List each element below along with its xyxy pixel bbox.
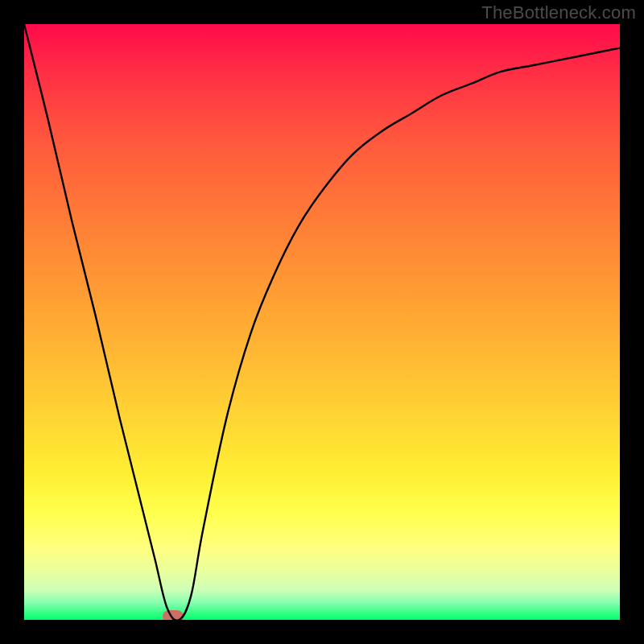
watermark-label: TheBottleneck.com [481,2,636,23]
chart-plot-area [24,24,620,620]
chart-line-curve [24,24,620,620]
chart-line-path [24,24,620,620]
chart-frame: TheBottleneck.com [0,0,644,644]
